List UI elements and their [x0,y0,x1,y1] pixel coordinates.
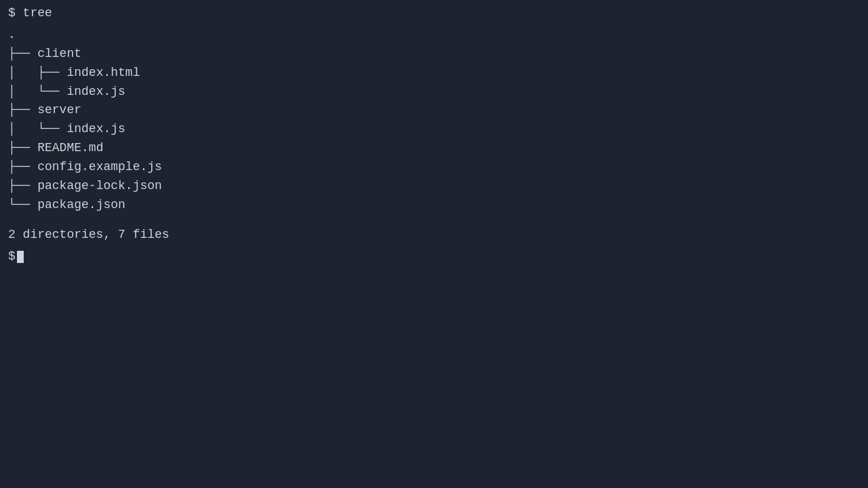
cursor [17,251,24,263]
tree-body: ├── client │ ├── index.html │ └── index.… [8,45,860,215]
tree-item-readme: ├── README.md [8,139,860,158]
tree-item-client-index-html: │ ├── index.html [8,64,860,83]
terminal[interactable]: $ tree . ├── client │ ├── index.html │ └… [8,4,860,484]
tree-root: . [8,26,860,45]
tree-item-client-index-js: │ └── index.js [8,83,860,102]
new-prompt-symbol: $ [8,247,16,266]
tree-item-package-lock: ├── package-lock.json [8,177,860,196]
tree-item-server-index-js: │ └── index.js [8,120,860,139]
tree-item-client: ├── client [8,45,860,64]
command-text: tree [23,4,52,23]
prompt-symbol: $ [8,4,23,23]
tree-item-package-json: └── package.json [8,196,860,215]
tree-item-server: ├── server [8,101,860,120]
tree-item-config: ├── config.example.js [8,158,860,177]
new-prompt-line[interactable]: $ [8,247,860,266]
tree-summary: 2 directories, 7 files [8,226,860,245]
tree-root-dot: . [8,26,860,45]
command-line: $ tree [8,4,860,23]
